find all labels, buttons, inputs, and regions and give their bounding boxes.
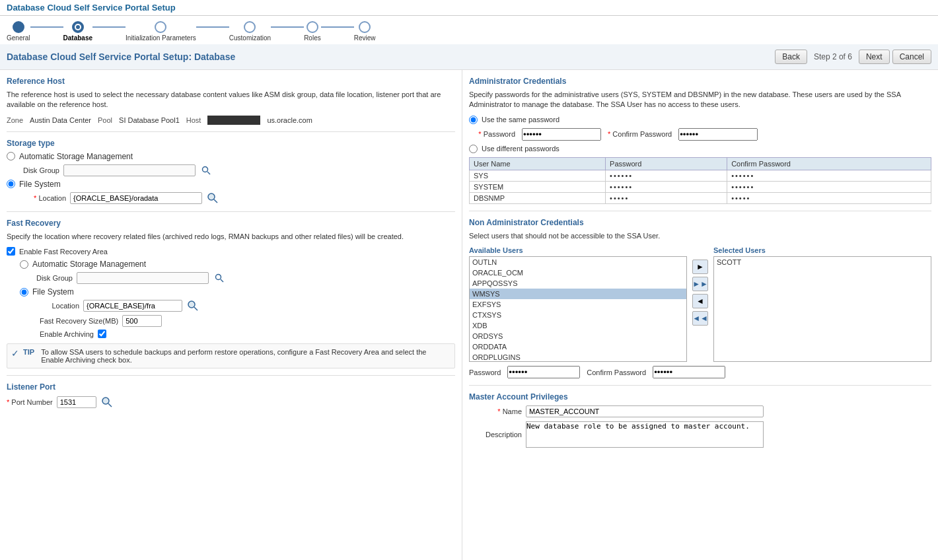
fra-asm-row: Automatic Storage Management: [20, 260, 455, 269]
available-users-list[interactable]: OUTLN ORACLE_OCM APPQOSSYS WMSYS EXFSYS …: [469, 256, 687, 362]
enable-fra-checkbox[interactable]: [7, 247, 15, 256]
master-desc-row: Description New database role to be assi…: [469, 421, 931, 448]
step-circle-custom: [244, 21, 256, 33]
tip-label: TIP: [23, 348, 34, 356]
list-item[interactable]: ORDSYS: [470, 331, 686, 341]
fra-disk-group-label: Disk Group: [33, 274, 73, 282]
same-pwd-radio[interactable]: [469, 116, 478, 124]
step-circle-roles: [307, 21, 318, 33]
list-item[interactable]: EXFSYS: [470, 299, 686, 310]
fs-radio[interactable]: [7, 180, 15, 188]
pwd-confirm-system: ••••••: [727, 181, 931, 192]
list-item[interactable]: APPQOSSYS: [470, 278, 686, 289]
list-item[interactable]: OUTLN: [470, 257, 686, 267]
fra-disk-group-search-icon[interactable]: [213, 271, 226, 285]
disk-group-input-storage[interactable]: [63, 164, 196, 176]
same-pwd-radio-row: Use the same password: [469, 116, 931, 124]
confirm-pwd-input[interactable]: [678, 128, 758, 141]
list-item[interactable]: ORDPLUGINS: [470, 352, 686, 362]
cancel-button[interactable]: Cancel: [892, 50, 931, 64]
pwd-user-dbsnmp: DBSNMP: [470, 192, 606, 203]
pwd-row-system: SYSTEM •••••• ••••••: [470, 181, 931, 192]
location-search-icon-storage[interactable]: [206, 192, 219, 205]
connector-2: [92, 26, 126, 28]
list-item[interactable]: ORDDATA: [470, 341, 686, 352]
page-outer: Database Cloud Self Service Portal Setup…: [0, 0, 938, 560]
move-all-left-btn[interactable]: ◄◄: [692, 311, 708, 326]
master-desc-textarea[interactable]: New database role to be assigned to mast…: [526, 421, 764, 448]
reference-host-desc: The reference host is used to select the…: [7, 90, 455, 110]
pwd-user-sys: SYS: [470, 170, 606, 181]
password-table: User Name Password Confirm Password SYS …: [469, 157, 931, 204]
list-item[interactable]: CTXSYS: [470, 310, 686, 320]
disk-group-row: Disk Group: [20, 164, 455, 177]
step-circle-init: [155, 21, 166, 33]
port-row: Port Number: [7, 396, 455, 409]
available-label: Available Users: [469, 246, 687, 254]
wizard-step-roles[interactable]: Roles: [304, 21, 321, 42]
fra-size-input[interactable]: [122, 315, 162, 327]
svg-line-6: [214, 199, 217, 203]
wizard-step-init[interactable]: Initialization Parameters: [126, 21, 196, 42]
password-input[interactable]: [522, 128, 601, 141]
location-label-storage: Location: [26, 194, 66, 202]
right-column: Administrator Credentials Specify passwo…: [462, 70, 938, 560]
disk-group-search-icon[interactable]: [199, 164, 213, 177]
move-all-right-btn[interactable]: ►►: [692, 277, 708, 291]
list-item[interactable]: XDB: [470, 320, 686, 331]
fra-disk-group-input[interactable]: [77, 272, 209, 284]
pwd-dots-dbsnmp: •••••: [606, 192, 727, 203]
svg-point-7: [216, 275, 221, 280]
non-admin-pwd-input[interactable]: [507, 366, 580, 378]
svg-point-11: [102, 398, 109, 404]
port-input[interactable]: [57, 396, 96, 408]
fs-radio-row: File System: [7, 180, 455, 189]
same-pwd-label: Use the same password: [482, 116, 559, 123]
fra-location-input[interactable]: [83, 300, 182, 312]
selected-item-scott[interactable]: SCOTT: [714, 257, 931, 267]
fra-location-search-icon[interactable]: [186, 299, 199, 312]
fra-fs-radio[interactable]: [20, 288, 28, 297]
pool-value: SI Database Pool1: [119, 116, 180, 124]
archiving-row: Enable Archiving: [40, 330, 455, 338]
selected-users-list[interactable]: SCOTT: [713, 256, 931, 362]
master-name-input[interactable]: [526, 405, 764, 417]
location-input-storage[interactable]: [70, 192, 202, 204]
non-admin-header: Non Administrator Credentials: [469, 218, 931, 227]
non-admin-pwd-row: Password Confirm Password: [469, 366, 931, 378]
non-admin-confirm-label: Confirm Password: [587, 368, 646, 376]
pwd-row-sys: SYS •••••• ••••••: [470, 170, 931, 181]
pwd-user-system: SYSTEM: [470, 181, 606, 192]
wizard-step-review[interactable]: Review: [354, 21, 376, 42]
move-left-btn[interactable]: ◄: [692, 294, 708, 308]
asm-radio[interactable]: [7, 152, 15, 160]
fast-recovery-header: Fast Recovery: [7, 219, 455, 228]
asm-label: Automatic Storage Management: [19, 152, 133, 161]
diff-pwd-radio[interactable]: [469, 145, 478, 153]
move-right-btn[interactable]: ►: [692, 260, 708, 274]
pool-label: Pool: [98, 116, 112, 124]
connector-1: [30, 26, 63, 28]
archiving-checkbox[interactable]: [98, 330, 106, 338]
non-admin-confirm-input[interactable]: [653, 366, 725, 378]
fra-location-row: Location: [40, 299, 455, 312]
available-users-box: Available Users OUTLN ORACLE_OCM APPQOSS…: [469, 246, 687, 362]
diff-pwd-radio-row: Use different passwords: [469, 145, 931, 153]
password-row: Password Confirm Password: [469, 128, 931, 141]
wizard-step-custom[interactable]: Customization: [229, 21, 271, 42]
left-column: Reference Host The reference host is use…: [0, 70, 462, 560]
two-col-layout: Reference Host The reference host is use…: [0, 70, 938, 560]
next-button[interactable]: Next: [859, 50, 890, 64]
reference-host-header: Reference Host: [7, 77, 455, 86]
wizard-step-database[interactable]: Database: [63, 21, 92, 42]
zone-label: Zone: [7, 116, 23, 124]
app-title: Database Cloud Self Service Portal Setup: [7, 3, 176, 13]
divider-2: [7, 211, 455, 212]
back-button[interactable]: Back: [775, 50, 807, 64]
fra-asm-radio[interactable]: [20, 260, 28, 269]
wizard-step-general[interactable]: General: [7, 21, 30, 42]
port-search-icon[interactable]: [100, 396, 114, 409]
connector-4: [271, 26, 304, 28]
list-item[interactable]: WMSYS: [470, 289, 686, 299]
list-item[interactable]: ORACLE_OCM: [470, 267, 686, 278]
